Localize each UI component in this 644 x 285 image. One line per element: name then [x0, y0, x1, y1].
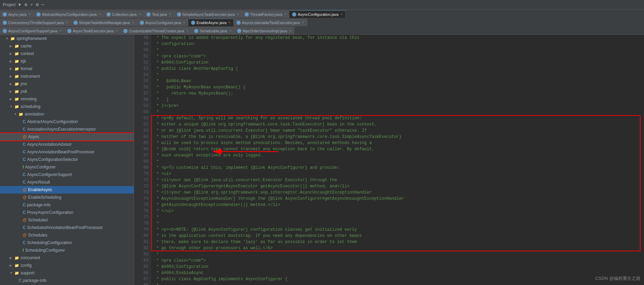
tree-item-label: package-info [23, 278, 47, 283]
tab-close-icon[interactable]: × [302, 21, 304, 24]
tab-close-icon[interactable]: × [341, 12, 343, 16]
sidebar-item-asyncconfigurer[interactable]: IAsyncConfigurer [0, 163, 134, 171]
tree-item-label: springframework [16, 36, 47, 41]
sidebar-item-package-info[interactable]: Cpackage-info [0, 201, 134, 209]
tab-item[interactable]: AbstractAsyncConfiguration.java× [34, 10, 104, 18]
tab-item[interactable]: CustomizableThreadCreator.java× [121, 27, 191, 34]
tree-arrow: ▼ [5, 37, 9, 40]
code-line: * public class AnotherAppConfig { [154, 66, 641, 72]
tab-item[interactable]: MpcOrderServiceImpl.java× [234, 27, 294, 34]
sidebar-item-asyncannotationbeanpostprocessor[interactable]: CAsyncAnnotationBeanPostProcessor [0, 148, 134, 156]
sidebar-item-scheduledannotationbeanpostprocessor[interactable]: CScheduledAnnotationBeanPostProcessor [0, 224, 134, 231]
sidebar-item-remoting[interactable]: ▶📁remoting [0, 95, 134, 103]
code-line: * The aspect is added transparently for … [154, 35, 641, 41]
sidebar-item-enablescheduling[interactable]: @EnableScheduling [0, 194, 134, 201]
sidebar-item-schedules[interactable]: @Schedules [0, 231, 134, 239]
tab-item[interactable]: SimpleAsyncTaskExecutor.java× [174, 10, 242, 18]
sidebar-item-springframework[interactable]: ▼📁springframework [0, 35, 134, 42]
tab-label: SimpleAsyncTaskExecutor.java [182, 12, 235, 17]
sidebar-item-schedulingconfigurer[interactable]: ISchedulingConfigurer [0, 246, 134, 254]
sidebar-item-abstractasyncconfiguration[interactable]: CAbstractAsyncConfiguration [0, 118, 134, 125]
tab-close-icon[interactable]: × [138, 12, 141, 16]
tab-item[interactable]: AsyncConfiguration.java× [289, 10, 345, 18]
sidebar-item-scheduling[interactable]: ▼📁scheduling [0, 103, 134, 110]
tab-item[interactable]: EnableAsync.java× [188, 19, 234, 26]
tab-close-icon[interactable]: × [132, 21, 134, 24]
sidebar-item-context[interactable]: ▶📁context [0, 50, 134, 57]
sidebar-item-config[interactable]: ▶📁config [0, 262, 134, 269]
tab-close-icon[interactable]: × [289, 29, 291, 33]
sidebar-item-annotation[interactable]: ▼📁annotation [0, 110, 134, 118]
file-icon: 📁 [14, 89, 19, 94]
tab-item[interactable]: AsyncTaskExecutor.java× [65, 27, 121, 34]
line-number: 62 [137, 121, 148, 128]
tab-item[interactable]: Collection.java× [104, 10, 144, 18]
tab-item[interactable]: Serializable.java× [191, 27, 234, 34]
tab-item[interactable]: SimpleTaskWorkManager.java× [71, 19, 137, 26]
line-number: 70 [137, 171, 148, 177]
tab-close-icon[interactable]: × [285, 12, 287, 16]
sidebar-item-proxyasyncconfiguration[interactable]: CProxyAsyncConfiguration [0, 209, 134, 216]
tab-item[interactable]: ThreadFactory.java× [242, 10, 290, 18]
sidebar-item-ejb[interactable]: ▶📁ejb [0, 57, 134, 65]
tree-item-label: Schedules [28, 233, 47, 238]
tab-file-icon [146, 12, 151, 17]
tab-item[interactable]: Test.java× [144, 10, 174, 18]
project-dropdown-icon[interactable]: ▼ [18, 2, 22, 7]
line-number: 57 [137, 90, 148, 97]
sidebar-item-jndi[interactable]: ▶📁jndi [0, 88, 134, 95]
tab-close-icon[interactable]: × [116, 29, 118, 33]
tree-arrow: ▶ [10, 90, 13, 93]
tab-item[interactable]: Async.java× [0, 10, 34, 18]
settings-icon[interactable]: ⚙ [24, 2, 27, 8]
sidebar-item-asyncconfigurersupport[interactable]: CAsyncConfigurerSupport [0, 171, 134, 178]
tab-item[interactable]: AsyncConfigurerSupport.java× [0, 27, 65, 34]
tab-close-icon[interactable]: × [229, 29, 231, 33]
code-line: * either a unique {@link org.springframe… [154, 121, 641, 128]
tab-close-icon[interactable]: × [169, 12, 171, 16]
line-number: 63 [137, 128, 148, 134]
file-icon: 📁 [14, 74, 19, 79]
tab-close-icon[interactable]: × [186, 29, 188, 33]
sidebar-item-support[interactable]: ▼📁support [0, 269, 134, 277]
tab-close-icon[interactable]: × [66, 21, 68, 24]
tree-item-label: concurrent [21, 255, 40, 260]
code-line: * &#064;Configuration [154, 59, 641, 66]
sidebar-item-async[interactable]: @Async [0, 133, 134, 141]
sidebar-item-enableasync[interactable]: @EnableAsync [0, 186, 134, 194]
sidebar-item-instrument[interactable]: ▶📁instrument [0, 73, 134, 80]
tree-item-label: cache [21, 44, 32, 48]
sidebar-item-format[interactable]: ▶📁format [0, 65, 134, 73]
tree-arrow: ▼ [10, 105, 13, 108]
tab-close-icon[interactable]: × [229, 21, 231, 24]
refresh-icon[interactable]: ⚡ [30, 2, 33, 8]
code-line: * getAsyncUncaughtExceptionHandler()} me… [154, 202, 641, 208]
tab-item[interactable]: AsyncConfigurer.java× [137, 19, 188, 26]
file-icon: 📁 [19, 112, 23, 117]
sidebar-item-jmx[interactable]: ▶📁jmx [0, 80, 134, 88]
tab-close-icon[interactable]: × [237, 12, 239, 16]
minimize-icon[interactable]: — [42, 2, 44, 8]
sidebar-item-annotationasyncexecutioninterceptor[interactable]: CAnnotationAsyncExecutionInterceptor [0, 125, 134, 133]
gear-icon[interactable]: ⚙ [36, 2, 38, 8]
sidebar-item-schedulingconfiguration[interactable]: CSchedulingConfiguration [0, 239, 134, 246]
code-container[interactable]: 4849505152535455565758596061626364656667… [134, 35, 644, 285]
file-icon: @ [23, 134, 27, 139]
tab-item[interactable]: AsyncListenableTaskExecutor.java× [234, 19, 307, 26]
sidebar-item-scheduled[interactable]: @Scheduled [0, 216, 134, 224]
tab-close-icon[interactable]: × [99, 12, 101, 16]
sidebar-item-cache[interactable]: ▶📁cache [0, 42, 134, 50]
tab-close-icon[interactable]: × [183, 21, 185, 24]
sidebar-item-package-info[interactable]: Cpackage-info [0, 277, 134, 284]
file-icon: 📁 [10, 36, 15, 41]
sidebar-item-asyncannotationadvisor[interactable]: CAsyncAnnotationAdvisor [0, 141, 134, 148]
tab-close-icon[interactable]: × [59, 29, 62, 33]
tab-item[interactable]: ConcurrencyThrottleSupport.java× [0, 19, 71, 26]
tab-file-icon [191, 21, 195, 25]
code-line: * {@link AsyncConfigurer#getAsyncExecuto… [154, 183, 641, 189]
sidebar-item-asyncconfigurationselector[interactable]: CAsyncConfigurationSelector [0, 156, 134, 163]
code-line: * [154, 214, 641, 220]
sidebar-item-concurrent[interactable]: ▶📁concurrent [0, 254, 134, 262]
tab-close-icon[interactable]: × [29, 12, 31, 16]
sidebar-item-asyncresult[interactable]: CAsyncResult [0, 178, 134, 186]
